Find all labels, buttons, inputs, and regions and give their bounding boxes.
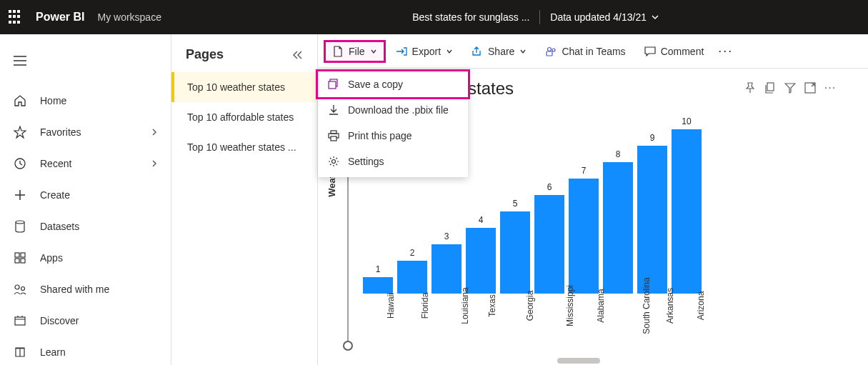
learn-icon	[13, 345, 27, 359]
file-menu: Save a copy Download the .pbix file Prin…	[318, 69, 468, 177]
data-updated-label: Data updated 4/13/21	[550, 11, 647, 23]
data-updated-button[interactable]: Data updated 4/13/21	[550, 11, 659, 23]
teams-icon	[545, 46, 557, 57]
report-title[interactable]: Best states for sunglass ...	[412, 11, 529, 23]
chevron-down-icon	[370, 48, 377, 55]
settings-label: Settings	[348, 156, 384, 167]
nav-label: Favorites	[40, 126, 81, 138]
download-icon	[328, 104, 339, 116]
svg-rect-5	[21, 259, 25, 263]
category-label: Arizona	[696, 291, 706, 321]
share-icon	[472, 46, 483, 57]
chat-label: Chat in Teams	[562, 46, 625, 57]
bar[interactable]: 10	[672, 116, 702, 294]
page-tab-2[interactable]: Top 10 weather states ...	[171, 132, 317, 162]
pin-icon[interactable]	[744, 81, 757, 94]
svg-rect-13	[329, 81, 336, 89]
nav-label: Datasets	[40, 221, 79, 232]
bar-value-label: 9	[650, 133, 655, 143]
star-icon	[13, 125, 27, 139]
bar[interactable]: 7	[569, 166, 599, 294]
gear-icon	[328, 156, 339, 167]
content-area: File Export Share Chat in Teams Comment	[318, 34, 868, 365]
app-launcher-icon[interactable]	[9, 10, 23, 24]
nav-label: Learn	[40, 346, 66, 358]
chevron-down-icon	[519, 48, 527, 55]
svg-point-9	[548, 47, 552, 51]
nav-datasets[interactable]: Datasets	[0, 211, 171, 242]
save-copy-icon	[328, 79, 339, 90]
bar[interactable]: 4	[466, 215, 496, 294]
nav-discover[interactable]: Discover	[0, 305, 171, 336]
share-label: Share	[488, 46, 514, 57]
bar-value-label: 8	[616, 149, 621, 159]
chevron-down-icon	[651, 13, 659, 21]
chevron-right-icon	[151, 160, 158, 167]
plus-icon	[13, 188, 27, 202]
horizontal-scrollbar[interactable]	[557, 358, 629, 364]
pages-panel: Pages Top 10 weather states Top 10 affor…	[171, 34, 318, 365]
bar[interactable]: 9	[637, 133, 667, 294]
nav-label: Create	[40, 189, 70, 201]
nav-apps[interactable]: Apps	[0, 242, 171, 274]
settings-menuitem[interactable]: Settings	[318, 149, 468, 174]
svg-rect-16	[331, 136, 336, 141]
chevron-right-icon	[151, 129, 158, 136]
bar[interactable]: 3	[431, 231, 462, 294]
file-icon	[332, 46, 344, 57]
file-button[interactable]: File	[324, 40, 386, 63]
save-copy-menuitem[interactable]: Save a copy	[316, 69, 470, 99]
nav-learn[interactable]: Learn	[0, 336, 171, 365]
left-nav: Home Favorites Recent Create Datasets Ap…	[0, 34, 171, 365]
workspace-name[interactable]: My workspace	[97, 11, 161, 23]
nav-label: Discover	[40, 315, 79, 326]
top-header: Power BI My workspace Best states for su…	[0, 0, 868, 34]
filter-icon[interactable]	[784, 81, 797, 94]
pages-title: Pages	[186, 47, 291, 62]
print-menuitem[interactable]: Print this page	[318, 123, 468, 149]
bar-value-label: 5	[513, 199, 518, 209]
bar[interactable]: 5	[500, 199, 530, 294]
download-pbix-menuitem[interactable]: Download the .pbix file	[318, 97, 468, 123]
bar-value-label: 3	[444, 231, 449, 241]
page-tab-0[interactable]: Top 10 weather states	[171, 72, 317, 102]
focus-icon[interactable]	[804, 81, 817, 94]
comment-button[interactable]: Comment	[636, 40, 713, 63]
nav-shared[interactable]: Shared with me	[0, 274, 171, 305]
nav-label: Apps	[40, 252, 63, 264]
category-label: Florida	[420, 293, 430, 319]
nav-home[interactable]: Home	[0, 85, 171, 116]
print-label: Print this page	[348, 130, 412, 141]
share-button[interactable]: Share	[463, 40, 535, 63]
bar[interactable]: 2	[397, 248, 427, 294]
save-copy-label: Save a copy	[348, 79, 403, 90]
bar-value-label: 7	[582, 166, 587, 176]
collapse-icon[interactable]	[291, 51, 303, 59]
bar-value-label: 2	[410, 248, 415, 258]
nav-recent[interactable]: Recent	[0, 148, 171, 179]
app-name: Power BI	[36, 11, 84, 24]
export-button[interactable]: Export	[387, 40, 462, 63]
more-icon[interactable]: ···	[824, 81, 837, 94]
clock-icon	[13, 156, 27, 171]
nav-create[interactable]: Create	[0, 179, 171, 211]
nav-hamburger[interactable]	[0, 45, 171, 76]
page-tab-1[interactable]: Top 10 affordable states	[171, 102, 317, 132]
bar[interactable]: 1	[363, 264, 393, 294]
comment-label: Comment	[661, 46, 704, 57]
copy-icon[interactable]	[764, 81, 777, 94]
nav-favorites[interactable]: Favorites	[0, 116, 171, 148]
chat-teams-button[interactable]: Chat in Teams	[537, 40, 634, 63]
bar[interactable]: 6	[534, 182, 564, 294]
toolbar-more-button[interactable]: ···	[714, 44, 737, 59]
svg-rect-11	[547, 51, 552, 56]
svg-rect-18	[767, 83, 774, 91]
file-label: File	[349, 46, 365, 57]
apps-icon	[13, 251, 27, 265]
bar-value-label: 6	[547, 182, 552, 192]
report-toolbar: File Export Share Chat in Teams Comment	[318, 34, 868, 69]
svg-rect-4	[15, 259, 19, 263]
svg-rect-8	[15, 317, 25, 325]
bar[interactable]: 8	[603, 149, 633, 294]
svg-point-10	[552, 49, 555, 51]
